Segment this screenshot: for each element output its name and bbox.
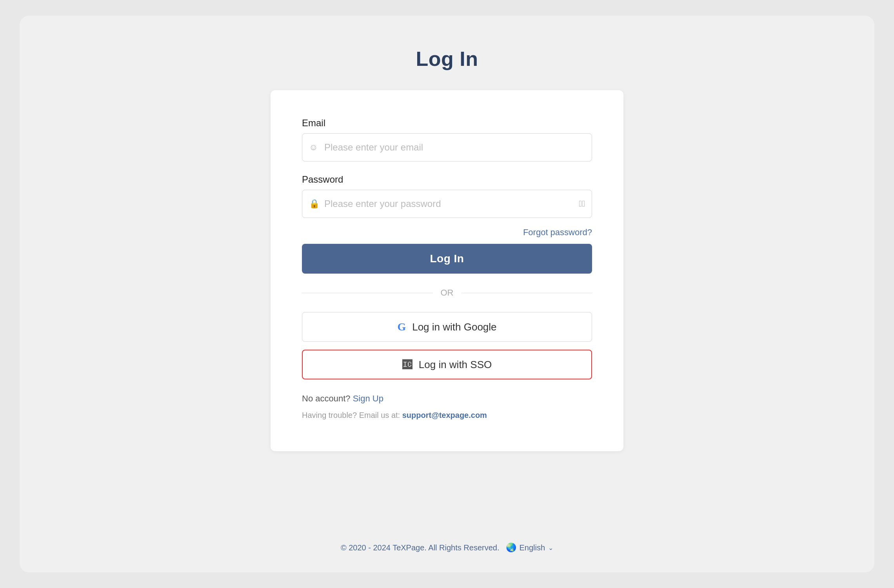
trouble-row: Having trouble? Email us at: support@tex… <box>302 411 592 420</box>
email-label: Email <box>302 118 592 129</box>
email-input[interactable] <box>302 133 592 162</box>
email-input-wrapper: ☺ <box>302 133 592 162</box>
divider-text: OR <box>433 288 462 298</box>
language-label: English <box>520 543 545 552</box>
password-form-group: Password 🔒 👁⃠ <box>302 174 592 218</box>
no-account-text: No account? <box>302 394 351 403</box>
footer: © 2020 - 2024 TeXPage. All Rights Reserv… <box>341 543 553 553</box>
login-card: Email ☺ Password 🔒 👁⃠ Forgot password? L… <box>271 90 623 451</box>
forgot-password-row: Forgot password? <box>302 227 592 238</box>
password-input-wrapper: 🔒 👁⃠ <box>302 190 592 218</box>
divider-left <box>302 293 433 293</box>
lock-icon: 🔒 <box>309 199 320 209</box>
google-login-button[interactable]: G Log in with Google <box>302 312 592 342</box>
email-form-group: Email ☺ <box>302 118 592 162</box>
signup-link[interactable]: Sign Up <box>353 394 383 403</box>
google-login-label: Log in with Google <box>412 321 496 333</box>
divider: OR <box>302 288 592 298</box>
password-label: Password <box>302 174 592 185</box>
divider-right <box>462 293 592 293</box>
page-title: Log In <box>416 47 478 71</box>
person-icon: ☺ <box>309 142 318 152</box>
sso-login-label: Log in with SSO <box>419 359 492 371</box>
login-button[interactable]: Log In <box>302 244 592 274</box>
forgot-password-link[interactable]: Forgot password? <box>523 227 592 238</box>
password-input[interactable] <box>302 190 592 218</box>
language-selector[interactable]: 🌏 English ⌄ <box>506 543 554 553</box>
support-email-link[interactable]: support@texpage.com <box>402 411 487 419</box>
copyright-text: © 2020 - 2024 TeXPage. All Rights Reserv… <box>341 543 500 552</box>
globe-icon: 🌏 <box>506 543 516 553</box>
chevron-down-icon: ⌄ <box>548 544 553 552</box>
sso-login-button[interactable]: 🆋 Log in with SSO <box>302 350 592 379</box>
google-g-icon: G <box>397 321 406 333</box>
eye-off-icon[interactable]: 👁⃠ <box>579 199 585 209</box>
browser-window: Log In Email ☺ Password 🔒 👁⃠ Forgot pass… <box>20 16 874 572</box>
trouble-text: Having trouble? Email us at: <box>302 411 400 419</box>
no-account-row: No account? Sign Up <box>302 394 592 404</box>
id-card-icon: 🆋 <box>402 359 412 371</box>
